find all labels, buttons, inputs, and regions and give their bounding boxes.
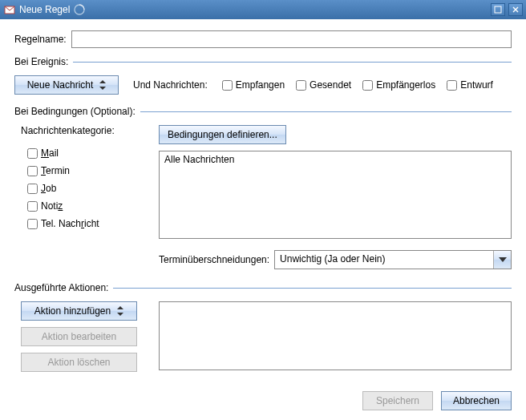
event-type-dropdown[interactable]: Neue Nachricht <box>14 75 119 95</box>
conditions-right: Bedingungen definieren... Alle Nachricht… <box>159 125 512 277</box>
updown-icon <box>99 80 106 90</box>
add-action-button[interactable]: Aktion hinzufügen <box>21 301 137 321</box>
category-column: Nachrichtenkategorie: Mail Termin Job No… <box>21 125 149 236</box>
actions-listbox[interactable] <box>159 301 512 370</box>
divider <box>113 288 512 289</box>
close-button[interactable] <box>508 3 523 16</box>
minimize-button[interactable] <box>491 3 505 16</box>
chevron-down-icon <box>493 251 511 269</box>
category-tel[interactable]: Tel. Nachricht <box>27 218 149 229</box>
conditions-listbox[interactable]: Alle Nachrichten <box>159 151 512 239</box>
event-header-label: Bei Ereignis: <box>14 56 68 67</box>
conditions-body: Nachrichtenkategorie: Mail Termin Job No… <box>14 125 512 277</box>
divider <box>73 62 512 63</box>
category-job[interactable]: Job <box>27 183 149 194</box>
app-icon <box>3 3 16 16</box>
rulename-row: Regelname: <box>14 30 512 48</box>
category-termin[interactable]: Termin <box>27 165 149 176</box>
cancel-button[interactable]: Abbrechen <box>441 391 512 410</box>
overlap-row: Terminüberschneidungen: Unwichtig (Ja od… <box>159 250 512 269</box>
edit-action-button: Aktion bearbeiten <box>21 327 137 346</box>
overlap-label: Terminüberschneidungen: <box>159 254 269 265</box>
event-section-header: Bei Ereignis: <box>14 56 512 67</box>
category-mail[interactable]: Mail <box>27 147 149 159</box>
delete-action-button: Aktion löschen <box>21 353 137 372</box>
actions-header-label: Ausgeführte Aktionen: <box>14 282 108 293</box>
check-recipientless[interactable]: Empfängerlos <box>362 79 435 91</box>
check-draft[interactable]: Entwurf <box>447 79 493 91</box>
save-button: Speichern <box>362 391 433 410</box>
divider <box>140 111 512 112</box>
dialog-content: Regelname: Bei Ereignis: Neue Nachricht … <box>0 19 526 391</box>
swirl-icon <box>73 3 86 16</box>
svg-rect-2 <box>495 6 501 13</box>
actions-section-header: Ausgeführte Aktionen: <box>14 282 512 293</box>
define-conditions-button[interactable]: Bedingungen definieren... <box>159 125 286 144</box>
rulename-label: Regelname: <box>14 34 67 45</box>
titlebar: Neue Regel <box>0 0 526 19</box>
window-title: Neue Regel <box>19 4 70 15</box>
category-label: Nachrichtenkategorie: <box>21 125 149 136</box>
conditions-section-header: Bei Bedingungen (Optional): <box>14 106 512 117</box>
check-received[interactable]: Empfangen <box>222 79 285 91</box>
check-sent[interactable]: Gesendet <box>296 79 351 91</box>
event-type-label: Neue Nachricht <box>27 79 94 91</box>
conditions-header-label: Bei Bedingungen (Optional): <box>14 106 136 117</box>
overlap-value: Unwichtig (Ja oder Nein) <box>275 251 493 269</box>
and-messages-label: Und Nachrichten: <box>133 79 208 91</box>
event-row: Neue Nachricht Und Nachrichten: Empfange… <box>14 75 512 95</box>
category-notiz[interactable]: Notiz <box>27 200 149 212</box>
footer: Speichern Abbrechen <box>0 391 526 420</box>
event-checks: Empfangen Gesendet Empfängerlos Entwurf <box>222 79 493 91</box>
actions-body: Aktion hinzufügen Aktion bearbeiten Akti… <box>14 301 512 372</box>
list-item[interactable]: Alle Nachrichten <box>164 154 506 165</box>
actions-button-column: Aktion hinzufügen Aktion bearbeiten Akti… <box>21 301 149 372</box>
overlap-select[interactable]: Unwichtig (Ja oder Nein) <box>274 250 512 269</box>
rulename-input[interactable] <box>71 30 512 48</box>
updown-icon <box>117 306 123 316</box>
